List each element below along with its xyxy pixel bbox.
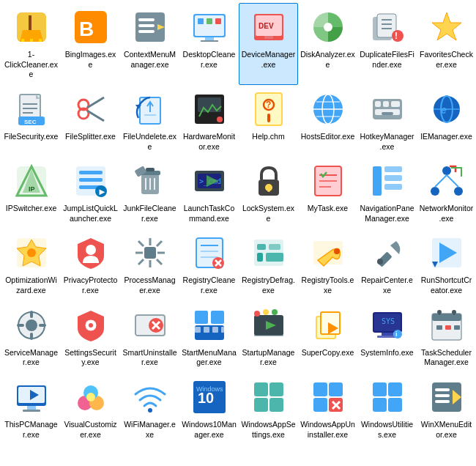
icon-item-supercopy[interactable]: SuperCopy.exe xyxy=(298,301,357,373)
label-launchtask: LaunchTaskCommand.exe xyxy=(182,204,237,223)
icon-item-runshortcut[interactable]: RunShortcutCreator.exe xyxy=(417,229,476,300)
icon-item-hardwaremonitor[interactable]: HardwareMonitor.exe xyxy=(179,85,239,157)
icon-item-1clickcleaner[interactable]: 1-ClickCleaner.exe xyxy=(1,3,61,85)
icon-item-windowsappsettings[interactable]: WindowsAppSettings.exe xyxy=(239,373,298,445)
label-fileundelete: FileUndelete.exe xyxy=(122,132,177,152)
icon-item-startmenumgr[interactable]: StartMenuManager.exe xyxy=(179,301,239,373)
icon-settingssecurity xyxy=(70,305,111,346)
icon-supercopy xyxy=(308,305,349,346)
icon-item-desktopcleaner[interactable]: DesktopCleaner.exe xyxy=(179,3,239,85)
icon-item-filesecurity[interactable]: SECFileSecurity.exe xyxy=(1,85,61,157)
label-iemanager: IEManager.exe xyxy=(420,132,472,142)
svg-point-193 xyxy=(148,408,152,413)
svg-rect-158 xyxy=(221,327,224,333)
icon-registrydefrag xyxy=(248,232,289,273)
svg-rect-214 xyxy=(435,400,450,403)
label-systeminfo: SystemInfo.exe xyxy=(360,348,413,358)
icon-item-hotkeymgr[interactable]: HotkeyManager.exe xyxy=(357,85,417,157)
svg-rect-23 xyxy=(264,36,273,39)
svg-rect-18 xyxy=(207,18,212,24)
icon-item-fileundelete[interactable]: FileUndelete.exe xyxy=(120,85,179,157)
icon-item-mytask[interactable]: MyTask.exe xyxy=(298,157,357,229)
label-windowsutilities: WindowsUtilities.exe xyxy=(360,420,414,440)
icon-item-filesplitter[interactable]: FileSplitter.exe xyxy=(61,85,120,157)
icon-visualcust xyxy=(70,377,111,418)
icon-item-optimization[interactable]: OptimizationWizard.exe xyxy=(1,229,61,300)
label-visualcust: VisualCustomizer.exe xyxy=(63,420,118,440)
svg-rect-203 xyxy=(313,398,327,412)
svg-text:SYS: SYS xyxy=(382,317,395,325)
svg-rect-112 xyxy=(144,247,156,259)
svg-rect-66 xyxy=(382,112,393,115)
label-diskanalyzer: DiskAnalyzer.exe xyxy=(300,50,355,70)
icon-item-networkmonitor[interactable]: NetworkMonitor.exe xyxy=(417,157,476,229)
icon-1clickcleaner xyxy=(11,7,52,48)
icon-item-hostseditor[interactable]: HostsEditor.exe xyxy=(298,85,357,157)
svg-point-110 xyxy=(27,248,36,257)
svg-text:IP: IP xyxy=(29,185,35,193)
svg-rect-38 xyxy=(23,112,33,114)
svg-rect-94 xyxy=(267,188,270,192)
icon-item-win10manager[interactable]: 10WindowsWindows10Manager.exe xyxy=(179,373,239,445)
icon-item-duplicatefinder[interactable]: !DuplicateFilesFinder.exe xyxy=(357,3,417,85)
icon-item-contextmenu[interactable]: ContextMenuManager.exe xyxy=(120,3,179,85)
icon-item-startupmgr[interactable]: StartupManager.exe xyxy=(239,301,298,373)
icon-item-repaircenter[interactable]: RepairCenter.exe xyxy=(357,229,417,300)
icon-item-registrycleaner[interactable]: RegistryCleaner.exe xyxy=(179,229,239,300)
svg-rect-156 xyxy=(204,327,209,333)
icon-item-wifimanager[interactable]: WiFiManager.exe xyxy=(120,373,179,445)
icon-item-junkfile[interactable]: JunkFileCleaner.exe xyxy=(120,157,179,229)
svg-rect-36 xyxy=(23,103,37,105)
icon-item-windowsutilities[interactable]: WindowsUtilities.exe xyxy=(357,373,417,445)
icon-item-visualcust[interactable]: VisualCustomizer.exe xyxy=(61,373,120,445)
label-thispc: ThisPCManager.exe xyxy=(4,420,59,440)
icon-item-helpchm[interactable]: ?Help.chm xyxy=(239,85,298,157)
icon-item-servicemgr[interactable]: ServiceManager.exe xyxy=(1,301,61,373)
icon-item-taskscheduler[interactable]: TaskSchedulerManager.exe xyxy=(417,301,476,373)
label-favoriteschecker: FavoritesChecker.exe xyxy=(419,50,474,70)
icon-item-thispc[interactable]: ThisPCManager.exe xyxy=(1,373,61,445)
label-ipswitcher: IPSwitcher.exe xyxy=(6,204,56,214)
icon-item-smartuninstaller[interactable]: SmartUninstaller.exe xyxy=(120,301,179,373)
icon-item-processmgr[interactable]: ProcessManager.exe xyxy=(120,229,179,300)
icon-junkfile xyxy=(130,160,171,201)
svg-rect-144 xyxy=(17,324,24,327)
icon-item-settingssecurity[interactable]: SettingsSecurity.exe xyxy=(61,301,120,373)
icon-item-ipswitcher[interactable]: IPIPSwitcher.exe xyxy=(1,157,61,229)
svg-line-44 xyxy=(87,111,104,121)
svg-rect-142 xyxy=(30,311,33,318)
icon-item-privacyprotector[interactable]: PrivacyProtector.exe xyxy=(61,229,120,300)
svg-text:?: ? xyxy=(266,100,271,110)
icon-item-favoriteschecker[interactable]: FavoritesChecker.exe xyxy=(417,3,476,85)
svg-point-134 xyxy=(334,248,340,254)
icon-item-winxmenuedit[interactable]: WinXMenuEditor.exe xyxy=(417,373,476,445)
icon-item-jumplist[interactable]: ►JumpListQuickLauncher.exe xyxy=(61,157,120,229)
icon-item-registrytools[interactable]: RegistryTools.exe xyxy=(298,229,357,300)
svg-rect-197 xyxy=(254,382,268,396)
label-runshortcut: RunShortcutCreator.exe xyxy=(419,275,474,295)
icon-item-windowsappuninstaller[interactable]: WindowsAppUninstaller.exe xyxy=(298,373,357,445)
icon-item-launchtask[interactable]: >_cmdLaunchTaskCommand.exe xyxy=(179,157,239,229)
svg-rect-199 xyxy=(254,398,268,412)
label-registrytools: RegistryTools.exe xyxy=(300,275,355,295)
icon-item-devicemanager[interactable]: DEVDeviceManager.exe xyxy=(239,3,298,85)
icon-item-diskanalyzer[interactable]: DiskAnalyzer.exe xyxy=(298,3,357,85)
icon-filesplitter xyxy=(70,89,111,130)
label-settingssecurity: SettingsSecurity.exe xyxy=(63,348,118,368)
label-jumplist: JumpListQuickLauncher.exe xyxy=(63,204,118,223)
icon-item-navigationpane[interactable]: NavigationPaneManager.exe xyxy=(357,157,417,229)
label-startmenumgr: StartMenuManager.exe xyxy=(182,348,237,368)
icon-item-locksystem[interactable]: LockSystem.exe xyxy=(239,157,298,229)
svg-rect-63 xyxy=(383,101,389,107)
icon-item-systeminfo[interactable]: SYSiSystemInfo.exe xyxy=(357,301,417,373)
svg-rect-213 xyxy=(435,394,450,397)
icon-item-registrydefrag[interactable]: RegistryDefrag.exe xyxy=(239,229,298,300)
icon-networkmonitor xyxy=(426,160,467,201)
icon-smartuninstaller xyxy=(130,305,171,346)
svg-line-120 xyxy=(138,259,144,265)
icon-item-bingimages[interactable]: BBingImages.exe xyxy=(61,3,120,85)
icon-item-iemanager[interactable]: eIEManager.exe xyxy=(417,85,476,157)
icon-helpchm: ? xyxy=(248,89,289,130)
label-windowsappsettings: WindowsAppSettings.exe xyxy=(241,420,296,440)
svg-line-117 xyxy=(138,241,144,246)
